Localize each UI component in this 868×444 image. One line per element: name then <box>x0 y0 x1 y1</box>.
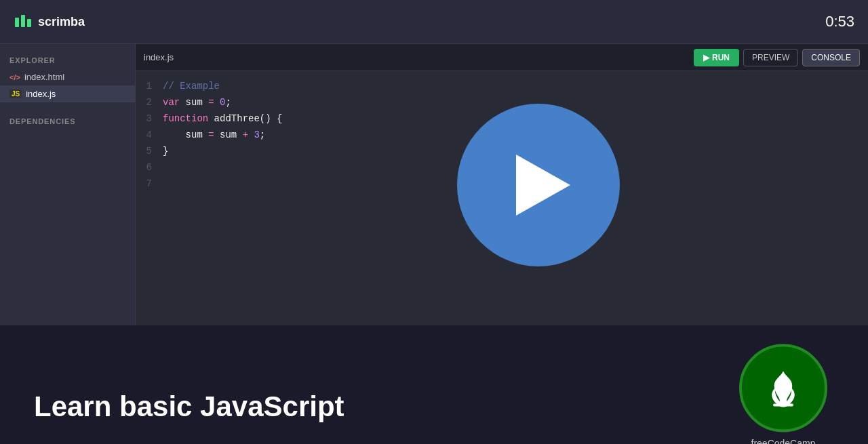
svg-rect-3 <box>773 404 793 407</box>
svg-rect-1 <box>21 15 25 27</box>
line-code-4: sum = sum + 3; <box>163 127 265 143</box>
editor-tabs-bar: index.js ▶ RUN PREVIEW CONSOLE <box>136 44 868 71</box>
line-num-1: 1 <box>136 78 163 94</box>
line-code-3: function addThree() { <box>163 110 282 127</box>
line-num-4: 4 <box>136 127 163 143</box>
explorer-label: EXPLORER <box>0 52 135 68</box>
navbar: scrimba 0:53 <box>0 0 868 44</box>
sidebar-file-js: index.js <box>26 89 56 99</box>
line-code-5: } <box>163 143 168 159</box>
course-title: Learn basic JavaScript <box>34 390 344 423</box>
preview-button[interactable]: PREVIEW <box>743 49 798 66</box>
line-code-2: var sum = 0; <box>163 94 231 110</box>
line-code-6 <box>163 159 168 176</box>
line-num-5: 5 <box>136 143 163 159</box>
console-button[interactable]: CONSOLE <box>802 49 860 66</box>
preview-label: PREVIEW <box>752 53 789 62</box>
bottom-section: Learn basic JavaScript freeCodeCamp CONS… <box>0 325 868 444</box>
editor-section: EXPLORER </> index.html JS index.js DEPE… <box>0 44 868 325</box>
line-num-3: 3 <box>136 110 163 127</box>
active-tab: index.js <box>144 52 174 62</box>
html-icon: </> <box>9 73 20 81</box>
line-code-1: // Example <box>163 78 220 94</box>
svg-rect-2 <box>27 19 31 27</box>
line-num-7: 7 <box>136 176 163 192</box>
run-label: RUN <box>712 53 730 62</box>
svg-rect-0 <box>15 18 19 27</box>
line-code-7 <box>163 176 168 192</box>
freecodecamp-badge: freeCodeCamp <box>739 344 827 444</box>
code-line-2: 2 var sum = 0; <box>136 94 868 110</box>
js-icon: JS <box>9 89 22 98</box>
logo: scrimba <box>14 12 85 31</box>
line-num-6: 6 <box>136 159 163 176</box>
run-icon: ▶ <box>703 53 709 62</box>
logo-text: scrimba <box>38 15 85 29</box>
code-line-1: 1 // Example <box>136 78 868 94</box>
editor-pane: index.js ▶ RUN PREVIEW CONSOLE 1 // Exam… <box>136 44 868 325</box>
dependencies-label: DEPENDENCIES <box>0 113 135 129</box>
fcc-logo-svg <box>760 365 807 412</box>
sidebar: EXPLORER </> index.html JS index.js DEPE… <box>0 44 136 325</box>
editor-toolbar: ▶ RUN PREVIEW CONSOLE <box>694 49 860 66</box>
run-button[interactable]: ▶ RUN <box>694 49 739 66</box>
fcc-label: freeCodeCamp <box>751 438 816 444</box>
sidebar-item-js[interactable]: JS index.js <box>0 85 135 102</box>
timer: 0:53 <box>825 13 854 31</box>
sidebar-item-html[interactable]: </> index.html <box>0 68 135 85</box>
scrimba-logo-icon <box>14 12 33 31</box>
play-triangle-icon <box>516 155 570 216</box>
line-num-2: 2 <box>136 94 163 110</box>
play-button[interactable] <box>457 104 620 266</box>
sidebar-file-html: index.html <box>24 72 64 82</box>
fcc-logo-circle <box>739 344 827 432</box>
console-label: CONSOLE <box>811 53 851 62</box>
